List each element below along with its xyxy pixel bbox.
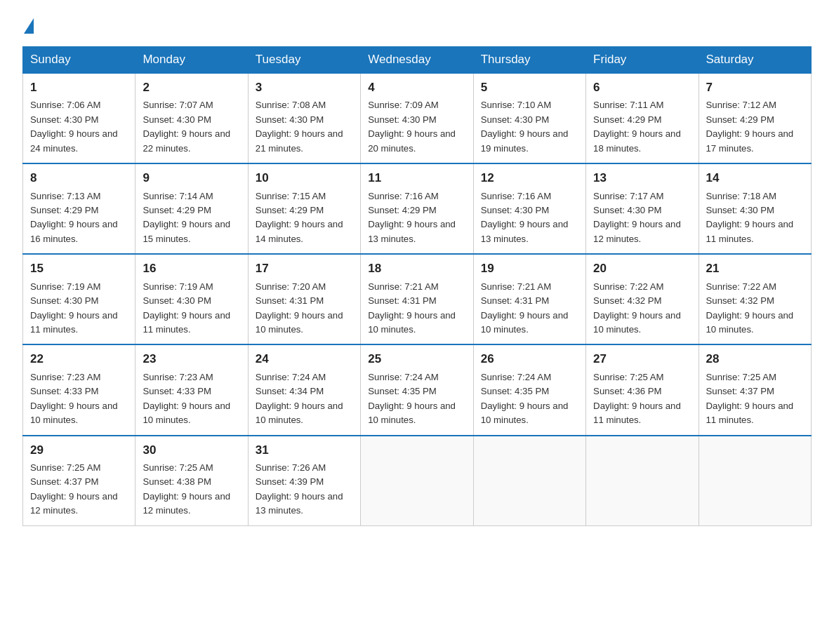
day-info: Sunrise: 7:06 AMSunset: 4:30 PMDaylight:… bbox=[30, 98, 128, 156]
weekday-header-wednesday: Wednesday bbox=[361, 47, 473, 74]
calendar-day-cell: 28Sunrise: 7:25 AMSunset: 4:37 PMDayligh… bbox=[699, 344, 811, 435]
calendar-week-row: 15Sunrise: 7:19 AMSunset: 4:30 PMDayligh… bbox=[23, 254, 812, 344]
calendar-week-row: 1Sunrise: 7:06 AMSunset: 4:30 PMDaylight… bbox=[23, 73, 812, 163]
calendar-day-cell: 31Sunrise: 7:26 AMSunset: 4:39 PMDayligh… bbox=[248, 436, 360, 526]
calendar-day-cell: 3Sunrise: 7:08 AMSunset: 4:30 PMDaylight… bbox=[248, 73, 360, 163]
calendar-day-cell: 16Sunrise: 7:19 AMSunset: 4:30 PMDayligh… bbox=[135, 254, 248, 344]
day-info: Sunrise: 7:22 AMSunset: 4:32 PMDaylight:… bbox=[706, 280, 804, 337]
day-info: Sunrise: 7:13 AMSunset: 4:29 PMDaylight:… bbox=[30, 189, 128, 247]
calendar-day-cell: 7Sunrise: 7:12 AMSunset: 4:29 PMDaylight… bbox=[699, 73, 811, 163]
day-number: 20 bbox=[593, 260, 691, 278]
day-info: Sunrise: 7:24 AMSunset: 4:35 PMDaylight:… bbox=[368, 370, 465, 428]
calendar-day-cell: 26Sunrise: 7:24 AMSunset: 4:35 PMDayligh… bbox=[473, 344, 585, 435]
calendar-week-row: 29Sunrise: 7:25 AMSunset: 4:37 PMDayligh… bbox=[23, 436, 812, 526]
day-info: Sunrise: 7:16 AMSunset: 4:30 PMDaylight:… bbox=[481, 189, 578, 247]
day-number: 24 bbox=[256, 350, 353, 368]
day-number: 6 bbox=[593, 79, 691, 97]
day-info: Sunrise: 7:17 AMSunset: 4:30 PMDaylight:… bbox=[593, 189, 691, 247]
day-info: Sunrise: 7:18 AMSunset: 4:30 PMDaylight:… bbox=[706, 189, 804, 247]
day-number: 31 bbox=[256, 441, 353, 459]
day-number: 15 bbox=[30, 260, 128, 278]
calendar-day-cell: 5Sunrise: 7:10 AMSunset: 4:30 PMDaylight… bbox=[473, 73, 585, 163]
calendar-table: SundayMondayTuesdayWednesdayThursdayFrid… bbox=[22, 46, 812, 526]
weekday-header-tuesday: Tuesday bbox=[248, 47, 360, 74]
weekday-header-friday: Friday bbox=[586, 47, 699, 74]
calendar-day-cell bbox=[361, 436, 473, 526]
logo-triangle-icon bbox=[24, 18, 34, 34]
day-info: Sunrise: 7:16 AMSunset: 4:29 PMDaylight:… bbox=[368, 189, 465, 247]
calendar-week-row: 8Sunrise: 7:13 AMSunset: 4:29 PMDaylight… bbox=[23, 163, 812, 254]
calendar-day-cell: 15Sunrise: 7:19 AMSunset: 4:30 PMDayligh… bbox=[23, 254, 135, 344]
day-number: 12 bbox=[481, 169, 578, 187]
calendar-day-cell: 19Sunrise: 7:21 AMSunset: 4:31 PMDayligh… bbox=[473, 254, 585, 344]
calendar-day-cell: 20Sunrise: 7:22 AMSunset: 4:32 PMDayligh… bbox=[586, 254, 699, 344]
weekday-header-thursday: Thursday bbox=[473, 47, 585, 74]
day-info: Sunrise: 7:12 AMSunset: 4:29 PMDaylight:… bbox=[706, 98, 804, 156]
day-number: 30 bbox=[143, 441, 240, 459]
calendar-day-cell: 1Sunrise: 7:06 AMSunset: 4:30 PMDaylight… bbox=[23, 73, 135, 163]
day-number: 7 bbox=[706, 79, 804, 97]
page-header bbox=[22, 17, 812, 34]
day-info: Sunrise: 7:20 AMSunset: 4:31 PMDaylight:… bbox=[256, 280, 353, 337]
calendar-day-cell bbox=[586, 436, 699, 526]
calendar-day-cell: 8Sunrise: 7:13 AMSunset: 4:29 PMDaylight… bbox=[23, 163, 135, 254]
weekday-header-row: SundayMondayTuesdayWednesdayThursdayFrid… bbox=[23, 47, 812, 74]
calendar-day-cell bbox=[473, 436, 585, 526]
day-info: Sunrise: 7:23 AMSunset: 4:33 PMDaylight:… bbox=[143, 370, 240, 428]
day-info: Sunrise: 7:08 AMSunset: 4:30 PMDaylight:… bbox=[256, 98, 353, 156]
calendar-day-cell: 25Sunrise: 7:24 AMSunset: 4:35 PMDayligh… bbox=[361, 344, 473, 435]
calendar-day-cell: 9Sunrise: 7:14 AMSunset: 4:29 PMDaylight… bbox=[135, 163, 248, 254]
calendar-day-cell: 30Sunrise: 7:25 AMSunset: 4:38 PMDayligh… bbox=[135, 436, 248, 526]
day-number: 10 bbox=[256, 169, 353, 187]
day-info: Sunrise: 7:21 AMSunset: 4:31 PMDaylight:… bbox=[481, 280, 578, 337]
day-number: 16 bbox=[143, 260, 240, 278]
day-info: Sunrise: 7:10 AMSunset: 4:30 PMDaylight:… bbox=[481, 98, 578, 156]
day-info: Sunrise: 7:24 AMSunset: 4:35 PMDaylight:… bbox=[481, 370, 578, 428]
calendar-day-cell: 12Sunrise: 7:16 AMSunset: 4:30 PMDayligh… bbox=[473, 163, 585, 254]
day-number: 1 bbox=[30, 79, 128, 97]
calendar-day-cell: 4Sunrise: 7:09 AMSunset: 4:30 PMDaylight… bbox=[361, 73, 473, 163]
day-number: 17 bbox=[256, 260, 353, 278]
day-info: Sunrise: 7:24 AMSunset: 4:34 PMDaylight:… bbox=[256, 370, 353, 428]
calendar-day-cell: 27Sunrise: 7:25 AMSunset: 4:36 PMDayligh… bbox=[586, 344, 699, 435]
calendar-day-cell: 2Sunrise: 7:07 AMSunset: 4:30 PMDaylight… bbox=[135, 73, 248, 163]
weekday-header-sunday: Sunday bbox=[23, 47, 135, 74]
day-number: 25 bbox=[368, 350, 465, 368]
day-number: 11 bbox=[368, 169, 465, 187]
day-info: Sunrise: 7:25 AMSunset: 4:37 PMDaylight:… bbox=[706, 370, 804, 428]
calendar-day-cell: 17Sunrise: 7:20 AMSunset: 4:31 PMDayligh… bbox=[248, 254, 360, 344]
day-number: 3 bbox=[256, 79, 353, 97]
calendar-day-cell: 29Sunrise: 7:25 AMSunset: 4:37 PMDayligh… bbox=[23, 436, 135, 526]
day-number: 26 bbox=[481, 350, 578, 368]
day-number: 9 bbox=[143, 169, 240, 187]
calendar-day-cell: 21Sunrise: 7:22 AMSunset: 4:32 PMDayligh… bbox=[699, 254, 811, 344]
weekday-header-monday: Monday bbox=[135, 47, 248, 74]
weekday-header-saturday: Saturday bbox=[699, 47, 811, 74]
day-number: 14 bbox=[706, 169, 804, 187]
calendar-day-cell: 6Sunrise: 7:11 AMSunset: 4:29 PMDaylight… bbox=[586, 73, 699, 163]
day-number: 5 bbox=[481, 79, 578, 97]
calendar-day-cell: 24Sunrise: 7:24 AMSunset: 4:34 PMDayligh… bbox=[248, 344, 360, 435]
day-info: Sunrise: 7:09 AMSunset: 4:30 PMDaylight:… bbox=[368, 98, 465, 156]
day-number: 18 bbox=[368, 260, 465, 278]
day-info: Sunrise: 7:15 AMSunset: 4:29 PMDaylight:… bbox=[256, 189, 353, 247]
day-info: Sunrise: 7:19 AMSunset: 4:30 PMDaylight:… bbox=[30, 280, 128, 337]
day-number: 13 bbox=[593, 169, 691, 187]
calendar-day-cell: 22Sunrise: 7:23 AMSunset: 4:33 PMDayligh… bbox=[23, 344, 135, 435]
day-info: Sunrise: 7:25 AMSunset: 4:37 PMDaylight:… bbox=[30, 461, 128, 518]
day-info: Sunrise: 7:25 AMSunset: 4:36 PMDaylight:… bbox=[593, 370, 691, 428]
day-number: 19 bbox=[481, 260, 578, 278]
day-number: 22 bbox=[30, 350, 128, 368]
day-info: Sunrise: 7:21 AMSunset: 4:31 PMDaylight:… bbox=[368, 280, 465, 337]
calendar-day-cell bbox=[699, 436, 811, 526]
day-number: 29 bbox=[30, 441, 128, 459]
day-number: 28 bbox=[706, 350, 804, 368]
day-info: Sunrise: 7:26 AMSunset: 4:39 PMDaylight:… bbox=[256, 461, 353, 518]
day-number: 23 bbox=[143, 350, 240, 368]
calendar-day-cell: 14Sunrise: 7:18 AMSunset: 4:30 PMDayligh… bbox=[699, 163, 811, 254]
logo bbox=[22, 17, 34, 34]
day-info: Sunrise: 7:19 AMSunset: 4:30 PMDaylight:… bbox=[143, 280, 240, 337]
calendar-day-cell: 18Sunrise: 7:21 AMSunset: 4:31 PMDayligh… bbox=[361, 254, 473, 344]
day-number: 27 bbox=[593, 350, 691, 368]
calendar-day-cell: 23Sunrise: 7:23 AMSunset: 4:33 PMDayligh… bbox=[135, 344, 248, 435]
